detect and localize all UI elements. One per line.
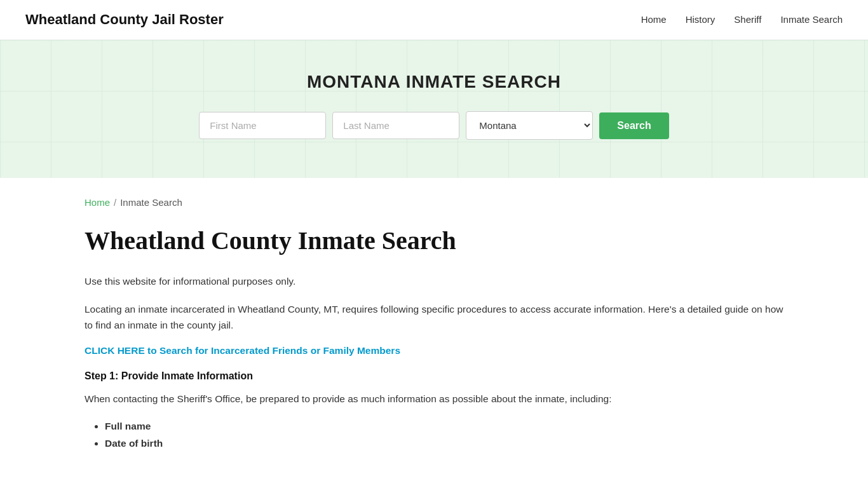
last-name-input[interactable] (332, 112, 459, 139)
intro-paragraph-1: Use this website for informational purpo… (85, 273, 783, 290)
nav-list: HomeHistorySheriffInmate Search (641, 14, 843, 25)
site-title-link[interactable]: Wheatland County Jail Roster (25, 11, 224, 28)
step1-heading: Step 1: Provide Inmate Information (85, 370, 783, 382)
breadcrumb-current: Inmate Search (120, 197, 182, 208)
nav-link-sheriff[interactable]: Sheriff (734, 14, 761, 25)
search-button[interactable]: Search (599, 112, 668, 139)
bullet-item: Full name (105, 418, 783, 435)
breadcrumb-home-link[interactable]: Home (85, 197, 110, 208)
main-content: Home / Inmate Search Wheatland County In… (59, 178, 809, 488)
hero-section: MONTANA INMATE SEARCH MontanaAlabamaAlas… (0, 40, 868, 178)
page-title: Wheatland County Inmate Search (85, 226, 783, 255)
main-nav: HomeHistorySheriffInmate Search (641, 14, 843, 25)
first-name-input[interactable] (199, 112, 326, 139)
search-form: MontanaAlabamaAlaskaArizonaArkansasCalif… (13, 111, 855, 140)
nav-link-home[interactable]: Home (641, 14, 667, 25)
state-select[interactable]: MontanaAlabamaAlaskaArizonaArkansasCalif… (466, 111, 593, 140)
intro-paragraph-2: Locating an inmate incarcerated in Wheat… (85, 301, 783, 334)
bullet-list: Full nameDate of birth (85, 418, 783, 452)
nav-link-inmate-search[interactable]: Inmate Search (780, 14, 843, 25)
nav-link-history[interactable]: History (686, 14, 715, 25)
hero-title: MONTANA INMATE SEARCH (13, 72, 855, 92)
search-link[interactable]: CLICK HERE to Search for Incarcerated Fr… (85, 345, 783, 356)
step1-paragraph: When contacting the Sheriff's Office, be… (85, 391, 783, 407)
breadcrumb-separator: / (114, 197, 116, 208)
site-header: Wheatland County Jail Roster HomeHistory… (0, 0, 868, 40)
breadcrumb: Home / Inmate Search (85, 197, 783, 208)
bullet-item: Date of birth (105, 435, 783, 452)
